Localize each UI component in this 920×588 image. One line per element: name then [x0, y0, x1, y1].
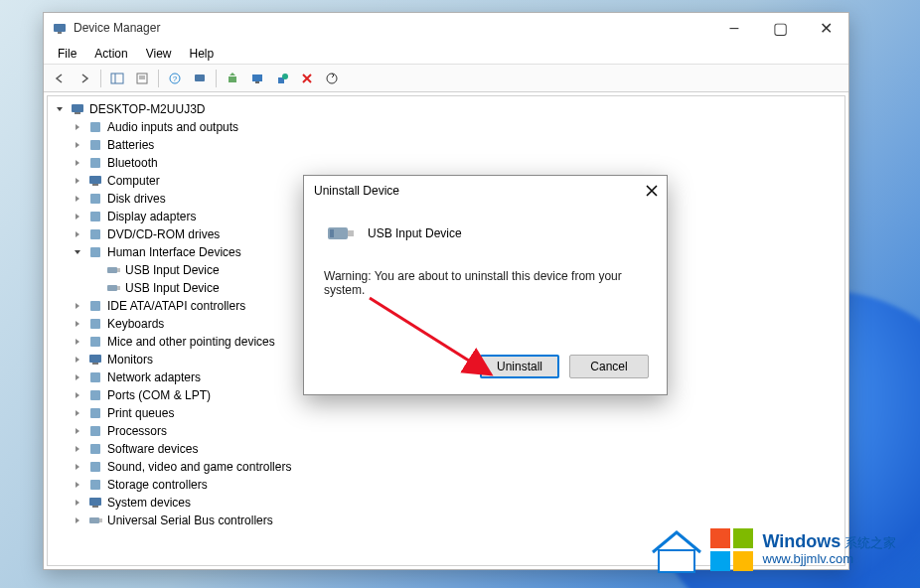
usb-icon — [105, 262, 121, 278]
properties-button[interactable] — [130, 68, 154, 89]
toolbar-separator — [216, 70, 217, 87]
computer-icon — [70, 101, 85, 117]
expander-icon[interactable] — [72, 211, 83, 222]
svg-rect-49 — [330, 229, 334, 237]
tree-node-processors[interactable]: Processors — [50, 422, 843, 440]
expander-icon[interactable] — [72, 121, 83, 133]
expander-icon[interactable] — [72, 228, 83, 240]
svg-rect-22 — [92, 184, 98, 186]
tree-node-software-devices[interactable]: Software devices — [50, 440, 843, 458]
tree-node-system-devices[interactable]: System devices — [50, 494, 843, 512]
dialog-title: Uninstall Device — [314, 184, 637, 198]
svg-rect-10 — [229, 76, 236, 82]
uninstall-button[interactable]: Uninstall — [480, 355, 559, 378]
expander-icon[interactable] — [72, 139, 83, 151]
toolbar-separator — [158, 70, 159, 87]
svg-rect-1 — [58, 32, 62, 34]
tree-node-label: Sound, video and game controllers — [107, 460, 291, 474]
tree-node-label: Human Interface Devices — [107, 245, 241, 259]
expander-icon[interactable] — [72, 479, 83, 491]
expander-icon[interactable] — [72, 443, 83, 455]
tree-node-label: Display adapters — [107, 210, 196, 223]
generic-icon — [87, 334, 103, 350]
menu-help[interactable]: Help — [182, 45, 223, 63]
tree-node-label: USB Input Device — [125, 263, 220, 277]
generic-icon — [87, 387, 103, 403]
expander-icon[interactable] — [54, 103, 66, 115]
svg-rect-25 — [90, 229, 100, 239]
show-hide-tree-button[interactable] — [105, 68, 129, 89]
generic-icon — [87, 459, 103, 475]
tree-node-sound-video-and-game-controllers[interactable]: Sound, video and game controllers — [50, 458, 843, 476]
expander-icon[interactable] — [72, 354, 83, 366]
expander-icon[interactable] — [72, 461, 83, 473]
svg-rect-38 — [90, 408, 100, 418]
maximize-button[interactable]: ▢ — [757, 13, 803, 43]
scan-hardware-button[interactable] — [188, 68, 212, 89]
update-driver-button[interactable] — [221, 68, 244, 89]
tree-node-label: Keyboards — [107, 317, 164, 331]
window-title: Device Manager — [74, 21, 711, 35]
tree-node-audio-inputs-and-outputs[interactable]: Audio inputs and outputs — [50, 118, 843, 136]
tree-node-bluetooth[interactable]: Bluetooth — [50, 154, 843, 172]
expander-icon[interactable] — [72, 336, 83, 348]
expander-icon[interactable] — [89, 282, 101, 294]
svg-rect-29 — [107, 285, 117, 291]
watermark: Windows 系统之家 www.bjjmlv.com — [649, 524, 896, 574]
watermark-text: Windows 系统之家 www.bjjmlv.com — [763, 532, 896, 566]
expander-icon[interactable] — [89, 264, 101, 276]
minimize-button[interactable]: – — [711, 13, 757, 43]
expander-icon[interactable] — [72, 514, 83, 526]
svg-rect-24 — [90, 212, 100, 221]
tree-node-batteries[interactable]: Batteries — [50, 136, 843, 154]
uninstall-device-button[interactable] — [270, 68, 294, 89]
expander-icon[interactable] — [72, 389, 83, 401]
expander-icon[interactable] — [72, 246, 83, 258]
back-button[interactable] — [48, 68, 72, 89]
expander-icon[interactable] — [72, 193, 83, 205]
expander-icon[interactable] — [72, 157, 83, 169]
expander-icon[interactable] — [72, 318, 83, 330]
tree-node-print-queues[interactable]: Print queues — [50, 404, 843, 422]
menu-action[interactable]: Action — [86, 45, 135, 63]
expander-icon[interactable] — [72, 497, 83, 509]
expander-icon[interactable] — [72, 175, 83, 187]
svg-rect-16 — [72, 104, 83, 112]
svg-rect-51 — [659, 550, 694, 572]
windows-logo-icon — [710, 528, 753, 571]
app-icon — [52, 20, 68, 36]
delete-button[interactable] — [295, 68, 319, 89]
tree-root-node[interactable]: DESKTOP-M2UUJ3D — [50, 100, 843, 118]
computer-icon — [87, 173, 103, 189]
generic-icon — [87, 155, 103, 171]
expander-icon[interactable] — [72, 425, 83, 437]
tree-node-label: Software devices — [107, 442, 198, 456]
menu-file[interactable]: File — [50, 45, 84, 63]
tree-node-label: Universal Serial Bus controllers — [107, 514, 273, 527]
forward-button[interactable] — [73, 68, 96, 89]
expander-icon[interactable] — [72, 371, 83, 383]
generic-icon — [87, 137, 103, 153]
expander-icon[interactable] — [72, 300, 83, 312]
close-button[interactable]: ✕ — [803, 13, 848, 43]
toolbar: ? — [44, 65, 848, 92]
refresh-button[interactable] — [320, 68, 344, 89]
expander-icon[interactable] — [72, 407, 83, 419]
warning-text: Warning: You are about to uninstall this… — [324, 269, 647, 297]
help-button[interactable]: ? — [163, 68, 187, 89]
svg-rect-36 — [90, 372, 100, 382]
svg-rect-45 — [89, 517, 99, 523]
generic-icon — [87, 441, 103, 457]
cancel-button[interactable]: Cancel — [569, 355, 649, 378]
tree-node-label: Mice and other pointing devices — [107, 335, 275, 349]
house-icon — [649, 524, 704, 574]
svg-point-15 — [327, 74, 337, 83]
menu-view[interactable]: View — [138, 45, 180, 63]
generic-icon — [87, 423, 103, 439]
generic-icon — [87, 298, 103, 314]
svg-point-14 — [282, 74, 288, 79]
monitor-button[interactable] — [245, 68, 269, 89]
tree-node-storage-controllers[interactable]: Storage controllers — [50, 476, 843, 494]
dialog-titlebar: Uninstall Device — [304, 176, 667, 206]
dialog-close-button[interactable] — [637, 176, 667, 206]
